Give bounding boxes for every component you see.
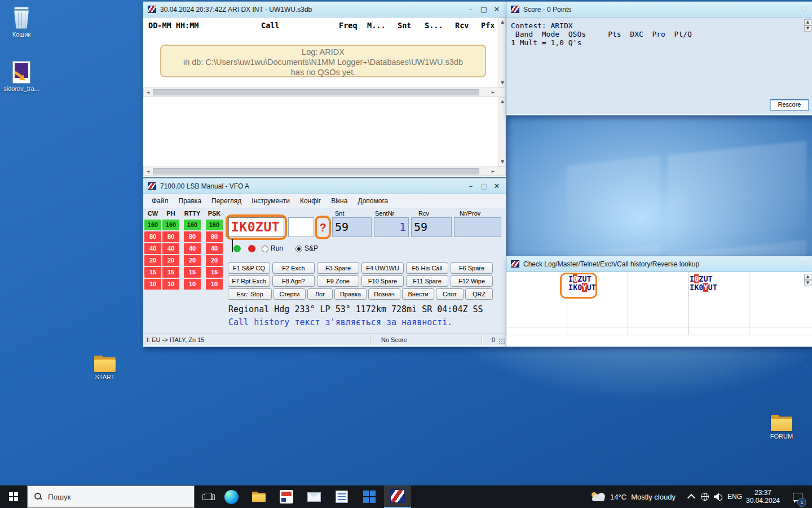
tray-show-hidden-button[interactable]	[685, 485, 698, 508]
band-button[interactable]: 20	[184, 255, 201, 266]
spin-up-icon[interactable]: ▲	[804, 274, 811, 280]
band-button[interactable]: 160	[184, 220, 201, 230]
scroll-left-icon[interactable]: ◄	[146, 169, 149, 174]
check-match-block-1[interactable]: I0ZUT IK0YUT	[568, 275, 596, 292]
f11-button[interactable]: F11 Spare	[406, 275, 448, 287]
scroll-right-icon[interactable]: ►	[492, 90, 495, 95]
menu-help[interactable]: Допомога	[352, 195, 393, 207]
callsign-input[interactable]: IK0ZUT	[228, 217, 284, 237]
band-button[interactable]: 10	[184, 279, 201, 290]
spin-down-icon[interactable]: ▼	[804, 25, 811, 32]
scrollbar-thumb[interactable]	[153, 168, 479, 174]
band-button[interactable]: 80	[184, 231, 201, 242]
band-button[interactable]: 80	[162, 231, 179, 242]
check-spinner[interactable]: ▲ ▼	[804, 274, 811, 286]
scroll-down-icon[interactable]: ▼	[501, 81, 504, 85]
f10-button[interactable]: F10 Spare	[361, 275, 404, 287]
f4-button[interactable]: F4 UW1WU	[361, 262, 404, 274]
taskbar-app-mail[interactable]	[301, 485, 328, 508]
close-icon[interactable]: ✕	[492, 182, 501, 191]
taskbar-app-notes[interactable]	[328, 485, 355, 508]
rescore-button[interactable]: Rescore	[770, 99, 809, 111]
band-button[interactable]: 15	[184, 267, 201, 278]
band-button-active[interactable]: 40	[162, 243, 179, 254]
esc-stop-button[interactable]: Esc: Stop	[228, 288, 272, 300]
menu-windows[interactable]: Вікна	[326, 195, 352, 207]
band-button[interactable]: 40	[144, 243, 161, 254]
f5-button[interactable]: F5 His Call	[406, 262, 448, 274]
band-button[interactable]: 160	[144, 220, 161, 230]
scroll-up-icon[interactable]: ▲	[501, 20, 504, 24]
sp-radio[interactable]	[295, 246, 302, 252]
band-button[interactable]: 160	[162, 220, 179, 230]
f3-button[interactable]: F3 Spare	[317, 262, 359, 274]
band-button[interactable]: 15	[206, 267, 223, 278]
check-window-titlebar[interactable]: Check Log/Master/Telnet/Exch/Call histor…	[506, 256, 812, 272]
f6-button[interactable]: F6 Spare	[451, 262, 493, 274]
band-button[interactable]: 20	[206, 255, 223, 266]
band-button[interactable]: 10	[144, 279, 161, 290]
scroll-left-icon[interactable]: ◄	[146, 90, 149, 95]
search-input[interactable]: Пошук	[27, 485, 195, 508]
scroll-right-icon[interactable]: ►	[492, 169, 495, 174]
action-center-button[interactable]: 1	[785, 485, 810, 508]
taskbar-weather[interactable]: 14°C Mostly cloudy	[580, 485, 687, 508]
maximize-icon[interactable]: ▢	[479, 5, 488, 14]
wipe-button[interactable]: Стерти	[273, 288, 306, 300]
spin-down-icon[interactable]: ▼	[804, 280, 811, 286]
nrprov-input[interactable]	[454, 217, 501, 237]
minimize-icon[interactable]: –	[466, 182, 475, 191]
band-button[interactable]: 10	[206, 279, 223, 290]
close-icon[interactable]: ✕	[492, 5, 501, 14]
mark-button[interactable]: Познач	[368, 288, 400, 300]
f2-button[interactable]: F2 Exch	[272, 262, 315, 274]
sentnr-input[interactable]: 1	[374, 217, 409, 237]
scroll-up-icon[interactable]: ▲	[501, 99, 504, 104]
taskbar-app-explorer[interactable]	[245, 485, 272, 508]
taskbar-app-edge[interactable]	[218, 485, 245, 508]
taskbar-app-n1mm[interactable]	[384, 485, 411, 508]
spin-up-icon[interactable]: ▲	[804, 19, 811, 25]
band-button[interactable]: 15	[162, 267, 179, 278]
band-button[interactable]: 40	[184, 243, 201, 254]
desktop-icon-file[interactable]: sidorov_tra...	[1, 61, 42, 92]
snt-input[interactable]: 59	[332, 217, 372, 237]
entry-window-titlebar[interactable]: 7100,00 LSB Manual - VFO A – ▢ ✕	[143, 178, 506, 194]
menu-file[interactable]: Файл	[147, 195, 174, 207]
f8-button[interactable]: F8 Agn?	[272, 275, 315, 287]
band-button[interactable]: 40	[206, 243, 223, 254]
menu-view[interactable]: Перегляд	[206, 195, 246, 207]
desktop-icon-recycle-bin[interactable]: Кошик	[1, 7, 42, 38]
resize-grip[interactable]	[498, 338, 505, 344]
minimize-icon[interactable]: –	[466, 5, 475, 14]
desktop-icon-forum-folder[interactable]: FORUM	[761, 415, 802, 440]
log-vertical-scrollbar-2[interactable]: ▲ ▼	[498, 97, 506, 167]
band-button[interactable]: 15	[144, 267, 161, 278]
taskbar-app-red[interactable]	[273, 485, 300, 508]
log-button[interactable]: Лог	[307, 288, 333, 300]
menu-edit[interactable]: Правка	[174, 195, 207, 207]
band-button[interactable]: 80	[144, 231, 161, 242]
f7-button[interactable]: F7 Rpt Exch	[228, 275, 270, 287]
tray-network-button[interactable]	[698, 485, 712, 508]
f1-button[interactable]: F1 S&P CQ	[228, 262, 270, 274]
band-button[interactable]: 160	[206, 220, 223, 230]
menu-config[interactable]: Конфіг	[295, 195, 326, 207]
check-question-indicator[interactable]: ?	[315, 216, 331, 239]
score-window-titlebar[interactable]: Score - 0 Points ✕	[506, 2, 812, 17]
menu-tools[interactable]: Інструменти	[246, 195, 295, 207]
start-button[interactable]	[0, 485, 27, 508]
spot-button[interactable]: Спот	[436, 288, 464, 300]
tray-volume-button[interactable]	[712, 485, 725, 508]
band-button[interactable]: 10	[162, 279, 179, 290]
maximize-icon[interactable]: ▢	[479, 182, 488, 191]
score-spinner[interactable]: ▲ ▼	[804, 19, 811, 32]
close-icon[interactable]: ✕	[799, 5, 808, 14]
rcv-input[interactable]: 59	[411, 217, 452, 237]
qrz-button[interactable]: QRZ	[465, 288, 493, 300]
tray-clock-button[interactable]: 23:37 30.04.2024	[744, 485, 782, 508]
taskbar-app-grid[interactable]	[356, 485, 383, 508]
band-button[interactable]: 20	[162, 255, 179, 266]
f9-button[interactable]: F9 Zone	[317, 275, 359, 287]
log-horizontal-scrollbar-1[interactable]: ◄ ►	[143, 87, 506, 97]
